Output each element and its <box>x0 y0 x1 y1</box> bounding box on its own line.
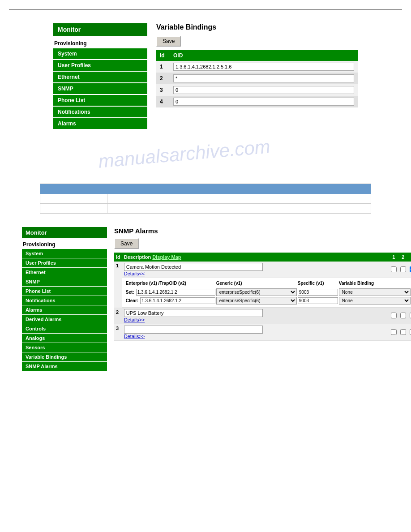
alarm-cb-1-3[interactable] <box>408 262 411 278</box>
bottom-section: Monitor Provisioning System User Profile… <box>22 227 389 371</box>
detail-hdr-var-binding: Variable Binding <box>339 280 411 287</box>
mid-table-cell-1 <box>40 194 107 204</box>
alarm-checkbox-3-1[interactable] <box>391 329 397 335</box>
top-nav-ethernet[interactable]: Ethernet <box>53 72 147 82</box>
var-id-2: 2 <box>156 73 170 84</box>
detail-set-row: Set: enterpriseSpecific(6) None <box>126 288 411 296</box>
set-varbinding-select[interactable]: None <box>339 288 411 296</box>
detail-inner-1: Enterprise (v1) /TrapOID (v2) Generic (v… <box>122 278 411 308</box>
bottom-nav-snmp-alarms[interactable]: SNMP Alarms <box>22 362 107 371</box>
var-bindings-title: Variable Bindings <box>156 23 358 31</box>
mid-table <box>40 184 371 214</box>
display-map-link[interactable]: Display Map <box>152 254 181 260</box>
var-oid-4[interactable] <box>170 96 358 107</box>
bottom-nav-phone-list[interactable]: Phone List <box>22 287 107 296</box>
mid-table-row-1 <box>40 194 371 204</box>
var-oid-3[interactable] <box>170 84 358 96</box>
bottom-nav-notifications[interactable]: Notifications <box>22 296 107 305</box>
alarm-cb-2-2[interactable] <box>398 308 408 324</box>
top-save-button[interactable]: Save <box>156 36 181 47</box>
alarm-desc-input-2[interactable] <box>124 309 263 317</box>
top-nav-alarms[interactable]: Alarms <box>53 118 147 129</box>
alarm-checkbox-2-2[interactable] <box>400 313 406 318</box>
top-nav-system[interactable]: System <box>53 48 147 59</box>
alarm-desc-2[interactable]: Details>> <box>122 308 389 324</box>
detail-hdr-generic: Generic (v1) <box>216 280 297 287</box>
clear-label: Clear: <box>126 298 138 303</box>
bottom-nav-derived-alarms[interactable]: Derived Alarms <box>22 315 107 324</box>
alarm-details-link-2[interactable]: Details>> <box>124 317 145 322</box>
alarm-cb-3-1[interactable] <box>389 324 398 341</box>
var-oid-input-4[interactable] <box>173 98 354 106</box>
bottom-nav-variable-bindings[interactable]: Variable Bindings <box>22 352 107 361</box>
bottom-nav-controls[interactable]: Controls <box>22 324 107 333</box>
clear-varbinding-select[interactable]: None <box>339 297 411 305</box>
alarm-desc-1[interactable]: Details<< <box>122 262 389 278</box>
bottom-nav-title: Monitor <box>22 227 107 238</box>
alarm-details-link-3[interactable]: Details>> <box>124 334 145 339</box>
top-border <box>9 9 402 10</box>
clear-generic-select[interactable]: enterpriseSpecific(6) <box>216 297 297 305</box>
bottom-provisioning-label: Provisioning <box>22 240 107 249</box>
mid-table-cell-2 <box>107 194 371 204</box>
alarm-details-link-1[interactable]: Details<< <box>124 271 145 276</box>
bottom-nav-alarms[interactable]: Alarms <box>22 305 107 314</box>
alarm-cb-2-3[interactable] <box>408 308 411 324</box>
bottom-nav-ethernet[interactable]: Ethernet <box>22 268 107 277</box>
alarm-checkbox-1-2[interactable] <box>400 266 406 272</box>
alarm-cb-1-2[interactable] <box>398 262 408 278</box>
alarm-desc-3[interactable]: Details>> <box>122 324 389 341</box>
alarm-row-1-detail: Enterprise (v1) /TrapOID (v2) Generic (v… <box>114 278 411 308</box>
top-nav-phone-list[interactable]: Phone List <box>53 95 147 106</box>
detail-hdr-specific: Specific (v1) <box>298 280 338 287</box>
var-row-4: 4 <box>156 96 358 107</box>
alarm-th-3: 3 <box>408 253 411 262</box>
var-oid-1[interactable] <box>170 61 358 73</box>
var-bindings-table: Id OID 1 2 3 4 <box>156 50 358 107</box>
alarm-cb-2-1[interactable] <box>389 308 398 324</box>
set-specific-input[interactable] <box>298 289 338 296</box>
bottom-nav-analogs[interactable]: Analogs <box>22 334 107 343</box>
var-table-id-header: Id <box>156 50 170 61</box>
clear-enterprise-input[interactable] <box>140 297 215 304</box>
top-nav: Monitor Provisioning System User Profile… <box>53 23 147 130</box>
bottom-nav-snmp[interactable]: SNMP <box>22 277 107 286</box>
alarm-cb-3-2[interactable] <box>398 324 408 341</box>
alarm-detail-1: Enterprise (v1) /TrapOID (v2) Generic (v… <box>122 278 411 308</box>
alarm-cb-1-1[interactable] <box>389 262 398 278</box>
clear-label-cell: Clear: <box>126 297 215 304</box>
var-oid-2[interactable] <box>170 73 358 84</box>
bottom-nav-sensors[interactable]: Sensors <box>22 343 107 352</box>
bottom-save-button[interactable]: Save <box>114 238 139 249</box>
mid-table-container <box>40 184 371 214</box>
var-oid-input-3[interactable] <box>173 86 354 94</box>
alarm-checkbox-2-1[interactable] <box>391 313 397 318</box>
var-oid-input-2[interactable] <box>173 74 354 82</box>
bottom-nav-system[interactable]: System <box>22 249 107 258</box>
top-nav-snmp[interactable]: SNMP <box>53 83 147 94</box>
var-row-3: 3 <box>156 84 358 96</box>
set-label-cell: Set: <box>126 289 215 296</box>
var-row-1: 1 <box>156 61 358 73</box>
mid-table-cell-4 <box>107 204 371 214</box>
clear-specific-input[interactable] <box>298 297 338 304</box>
top-nav-user-profiles[interactable]: User Profiles <box>53 60 147 71</box>
watermark-area: manualsarchive.com <box>53 143 358 170</box>
alarm-th-2: 2 <box>398 253 408 262</box>
top-nav-notifications[interactable]: Notifications <box>53 107 147 117</box>
alarm-id-3: 3 <box>114 324 122 341</box>
var-row-2: 2 <box>156 73 358 84</box>
set-generic-select[interactable]: enterpriseSpecific(6) <box>216 288 297 296</box>
bottom-nav-user-profiles[interactable]: User Profiles <box>22 258 107 267</box>
alarm-row-1-main: 1 Details<< <box>114 262 411 278</box>
alarm-desc-input-1[interactable] <box>124 263 263 271</box>
set-enterprise-input[interactable] <box>136 289 215 296</box>
alarm-cb-3-3[interactable] <box>408 324 411 341</box>
alarm-checkbox-3-2[interactable] <box>400 329 406 335</box>
var-oid-input-1[interactable] <box>173 63 354 71</box>
detail-clear-row: Clear: enterpriseSpecific(6) None <box>126 297 411 305</box>
detail-header-row: Enterprise (v1) /TrapOID (v2) Generic (v… <box>126 280 411 287</box>
top-provisioning-label: Provisioning <box>53 39 147 48</box>
alarm-checkbox-1-1[interactable] <box>391 266 397 272</box>
alarm-desc-input-3[interactable] <box>124 326 263 334</box>
